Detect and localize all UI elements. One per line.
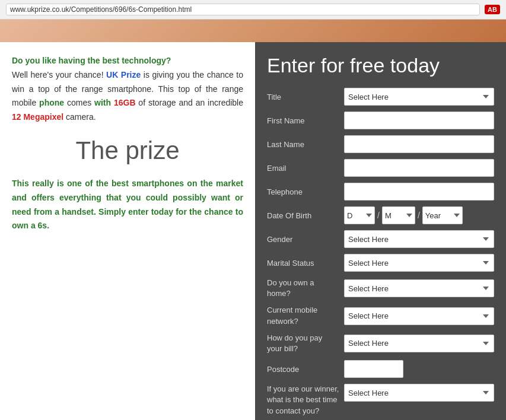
postcode-label: Postcode (267, 365, 344, 374)
firstname-input[interactable] (344, 112, 494, 129)
right-panel: Enter for free today Title Select Here M… (255, 42, 506, 420)
lastname-label: Last Name (267, 140, 344, 149)
title-select[interactable]: Select Here Mr Mrs Miss Ms Dr (344, 88, 494, 106)
lastname-row: Last Name (267, 135, 494, 153)
marital-row: Marital Status Select Here Single Marrie… (267, 254, 494, 272)
telephone-label: Telephone (267, 187, 344, 196)
browser-bar: www.ukprize.co.uk/Competitions/696/6s-Co… (0, 0, 506, 20)
postcode-row: Postcode (267, 360, 494, 378)
form-heading: Enter for free today (267, 54, 494, 77)
marital-label: Marital Status (267, 259, 344, 268)
ab-badge: AB (485, 5, 500, 14)
firstname-label: First Name (267, 116, 344, 125)
email-input[interactable] (344, 159, 494, 177)
pay-bill-select[interactable]: Select Here Contract Pay As You Go (344, 335, 494, 352)
intro-text: Do you like having the best technology? … (12, 54, 243, 125)
browser-url[interactable]: www.ukprize.co.uk/Competitions/696/6s-Co… (6, 4, 480, 15)
prize-heading: The prize (12, 136, 243, 165)
telephone-input[interactable] (344, 183, 494, 201)
email-row: Email (267, 159, 494, 177)
postcode-input[interactable] (344, 360, 403, 378)
dob-year-select[interactable]: Year 2000199919981997 1990198519801975 1… (422, 206, 463, 224)
mobile-network-select[interactable]: Select Here O2 EE Vodafone Three (344, 307, 494, 325)
marital-select[interactable]: Select Here Single Married Divorced (344, 254, 494, 272)
left-panel: Do you like having the best technology? … (0, 42, 255, 420)
lastname-input[interactable] (344, 135, 494, 153)
contact-time-select[interactable]: Select Here Morning Afternoon Evening (344, 384, 494, 402)
pay-bill-label: How do you payyour bill? (267, 333, 344, 354)
own-home-row: Do you own ahome? Select Here Yes No (267, 278, 494, 299)
top-banner (0, 20, 506, 42)
title-label: Title (267, 93, 344, 101)
contact-time-row: If you are our winner, what is the best … (267, 384, 494, 416)
dob-month-select[interactable]: M 1234 5678 9101112 (382, 206, 415, 224)
dob-day-select[interactable]: D 12345 678910 (344, 206, 375, 224)
dob-sep2: / (418, 211, 420, 220)
own-home-select[interactable]: Select Here Yes No (344, 279, 494, 297)
dob-sep1: / (377, 211, 380, 220)
mobile-network-row: Current mobilenetwork? Select Here O2 EE… (267, 305, 494, 326)
firstname-row: First Name (267, 112, 494, 129)
email-label: Email (267, 164, 344, 173)
telephone-row: Telephone (267, 183, 494, 201)
own-home-label: Do you own ahome? (267, 278, 344, 299)
dob-label: Date Of Birth (267, 211, 344, 220)
title-row: Title Select Here Mr Mrs Miss Ms Dr (267, 88, 494, 106)
gender-label: Gender (267, 235, 344, 244)
pay-bill-row: How do you payyour bill? Select Here Con… (267, 333, 494, 354)
prize-desc: This really is one of the best smartphon… (12, 177, 243, 233)
contact-time-label: If you are our winner, what is the best … (267, 384, 344, 416)
dob-container: D 12345 678910 / M 1234 5678 9101112 / Y… (344, 206, 494, 224)
gender-row: Gender Select Here Male Female (267, 230, 494, 248)
gender-select[interactable]: Select Here Male Female (344, 230, 494, 248)
dob-row: Date Of Birth D 12345 678910 / M 1234 56… (267, 206, 494, 224)
mobile-network-label: Current mobilenetwork? (267, 305, 344, 326)
